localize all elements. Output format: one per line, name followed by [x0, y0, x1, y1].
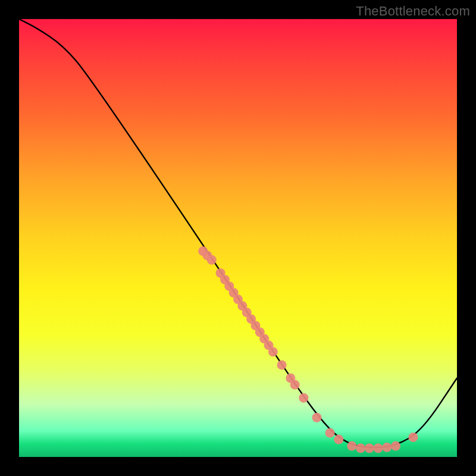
- chart-frame: TheBottleneck.com: [0, 0, 476, 476]
- data-marker: [312, 413, 321, 422]
- chart-svg: [19, 19, 457, 457]
- data-marker: [347, 441, 356, 451]
- data-marker: [268, 347, 278, 356]
- bottleneck-curve: [19, 19, 457, 447]
- data-marker: [290, 380, 300, 390]
- data-marker: [356, 443, 365, 453]
- data-marker: [408, 433, 418, 442]
- data-marker: [391, 441, 400, 451]
- data-marker: [374, 443, 383, 453]
- data-marker: [299, 393, 308, 403]
- data-marker: [365, 443, 374, 453]
- data-marker: [382, 443, 392, 452]
- marker-group: [198, 246, 418, 453]
- data-marker: [277, 360, 287, 369]
- plot-area: [19, 19, 457, 457]
- data-marker: [207, 255, 217, 265]
- watermark-label: TheBottleneck.com: [356, 4, 470, 19]
- data-marker: [325, 428, 335, 438]
- data-marker: [334, 435, 343, 444]
